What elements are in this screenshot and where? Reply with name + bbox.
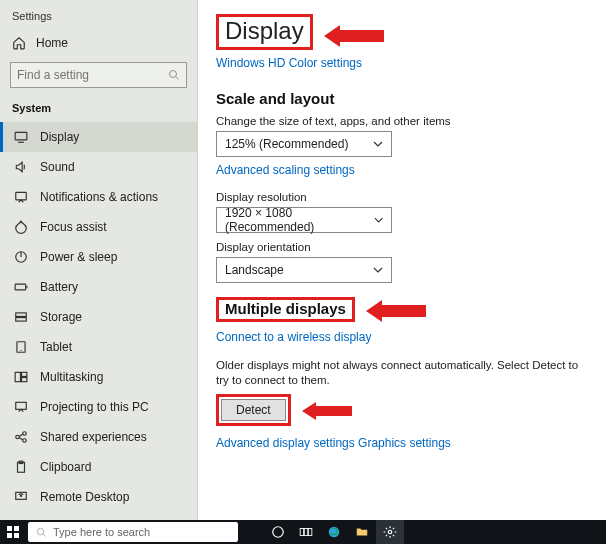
window-title: Settings bbox=[0, 10, 197, 30]
remote-icon bbox=[14, 490, 28, 504]
select-orientation-value: Landscape bbox=[225, 263, 284, 277]
nav-label: Shared experiences bbox=[40, 430, 147, 444]
link-advanced-display[interactable]: Advanced display settings bbox=[216, 436, 355, 450]
heading-multiple: Multiple displays bbox=[225, 300, 346, 317]
battery-icon bbox=[14, 280, 28, 294]
sidebar-item-remote[interactable]: Remote Desktop bbox=[0, 482, 197, 512]
tablet-icon bbox=[14, 340, 28, 354]
taskbar-edge[interactable] bbox=[320, 520, 348, 544]
focus-icon bbox=[14, 220, 28, 234]
shared-icon bbox=[14, 430, 28, 444]
sidebar-item-battery[interactable]: Battery bbox=[0, 272, 197, 302]
sidebar-home[interactable]: Home bbox=[0, 30, 197, 58]
sound-icon bbox=[14, 160, 28, 174]
svg-point-18 bbox=[23, 432, 27, 436]
nav-label: Sound bbox=[40, 160, 75, 174]
nav-label: Storage bbox=[40, 310, 82, 324]
nav-label: Multitasking bbox=[40, 370, 103, 384]
chevron-down-icon bbox=[373, 139, 383, 149]
link-hd-color[interactable]: Windows HD Color settings bbox=[216, 56, 362, 70]
label-resolution: Display resolution bbox=[216, 191, 588, 203]
svg-marker-27 bbox=[366, 300, 426, 322]
taskbar: Type here to search bbox=[0, 520, 606, 544]
link-advanced-scaling[interactable]: Advanced scaling settings bbox=[216, 163, 355, 177]
search-icon bbox=[36, 527, 47, 538]
sidebar-item-display[interactable]: Display bbox=[0, 122, 197, 152]
select-resolution-value: 1920 × 1080 (Recommended) bbox=[225, 206, 374, 234]
taskbar-search[interactable]: Type here to search bbox=[28, 522, 238, 542]
svg-rect-31 bbox=[7, 533, 12, 538]
taskbar-explorer[interactable] bbox=[348, 520, 376, 544]
sidebar-search[interactable] bbox=[10, 62, 187, 88]
search-icon bbox=[168, 69, 180, 81]
display-icon bbox=[14, 130, 28, 144]
sidebar-item-shared[interactable]: Shared experiences bbox=[0, 422, 197, 452]
sidebar-item-power[interactable]: Power & sleep bbox=[0, 242, 197, 272]
multitasking-icon bbox=[14, 370, 28, 384]
svg-point-35 bbox=[273, 527, 284, 538]
svg-point-40 bbox=[388, 530, 392, 534]
chevron-down-icon bbox=[374, 215, 383, 225]
sidebar-item-focus-assist[interactable]: Focus assist bbox=[0, 212, 197, 242]
svg-point-33 bbox=[37, 528, 43, 534]
notifications-icon bbox=[14, 190, 28, 204]
svg-rect-30 bbox=[14, 526, 19, 531]
svg-point-0 bbox=[170, 71, 177, 78]
svg-rect-2 bbox=[15, 132, 27, 140]
link-graphics[interactable]: Graphics settings bbox=[358, 436, 451, 450]
sidebar-item-notifications[interactable]: Notifications & actions bbox=[0, 182, 197, 212]
sidebar-item-sound[interactable]: Sound bbox=[0, 152, 197, 182]
nav-label: Notifications & actions bbox=[40, 190, 158, 204]
heading-scale: Scale and layout bbox=[216, 90, 588, 107]
svg-rect-29 bbox=[7, 526, 12, 531]
svg-rect-15 bbox=[22, 378, 27, 382]
select-resolution[interactable]: 1920 × 1080 (Recommended) bbox=[216, 207, 392, 233]
nav-label: Tablet bbox=[40, 340, 72, 354]
label-scale: Change the size of text, apps, and other… bbox=[216, 115, 588, 127]
taskbar-search-placeholder: Type here to search bbox=[53, 526, 150, 538]
folder-icon bbox=[355, 525, 369, 539]
annotation-arrow bbox=[302, 400, 352, 422]
svg-rect-13 bbox=[15, 372, 20, 381]
svg-line-1 bbox=[176, 77, 179, 80]
clipboard-icon bbox=[14, 460, 28, 474]
sidebar-item-storage[interactable]: Storage bbox=[0, 302, 197, 332]
sidebar-item-clipboard[interactable]: Clipboard bbox=[0, 452, 197, 482]
detect-button[interactable]: Detect bbox=[221, 399, 286, 421]
select-orientation[interactable]: Landscape bbox=[216, 257, 392, 283]
sidebar-search-input[interactable] bbox=[17, 68, 157, 82]
highlight-box-detect: Detect bbox=[216, 394, 291, 426]
svg-point-19 bbox=[23, 439, 27, 443]
nav-label: Display bbox=[40, 130, 79, 144]
taskbar-taskview[interactable] bbox=[292, 520, 320, 544]
svg-point-17 bbox=[16, 435, 20, 439]
svg-line-21 bbox=[19, 438, 23, 440]
svg-rect-36 bbox=[300, 529, 304, 536]
edge-icon bbox=[327, 525, 341, 539]
taskbar-settings[interactable] bbox=[376, 520, 404, 544]
svg-rect-4 bbox=[16, 192, 27, 200]
gear-icon bbox=[383, 525, 397, 539]
sidebar-item-tablet[interactable]: Tablet bbox=[0, 332, 197, 362]
taskbar-cortana[interactable] bbox=[264, 520, 292, 544]
svg-marker-28 bbox=[302, 402, 352, 420]
storage-icon bbox=[14, 310, 28, 324]
start-button[interactable] bbox=[0, 520, 26, 544]
svg-line-34 bbox=[43, 533, 46, 536]
select-scale[interactable]: 125% (Recommended) bbox=[216, 131, 392, 157]
highlight-box-multiple: Multiple displays bbox=[216, 297, 355, 322]
nav-label: Projecting to this PC bbox=[40, 400, 149, 414]
power-icon bbox=[14, 250, 28, 264]
sidebar-home-label: Home bbox=[36, 36, 68, 50]
svg-marker-26 bbox=[324, 25, 384, 47]
nav-label: Clipboard bbox=[40, 460, 91, 474]
sidebar-item-projecting[interactable]: Projecting to this PC bbox=[0, 392, 197, 422]
label-orientation: Display orientation bbox=[216, 241, 588, 253]
sidebar-item-multitasking[interactable]: Multitasking bbox=[0, 362, 197, 392]
home-icon bbox=[12, 36, 26, 50]
circle-icon bbox=[271, 525, 285, 539]
nav-label: Power & sleep bbox=[40, 250, 117, 264]
annotation-arrow bbox=[324, 23, 384, 49]
link-wireless-display[interactable]: Connect to a wireless display bbox=[216, 330, 371, 344]
nav-label: Remote Desktop bbox=[40, 490, 129, 504]
